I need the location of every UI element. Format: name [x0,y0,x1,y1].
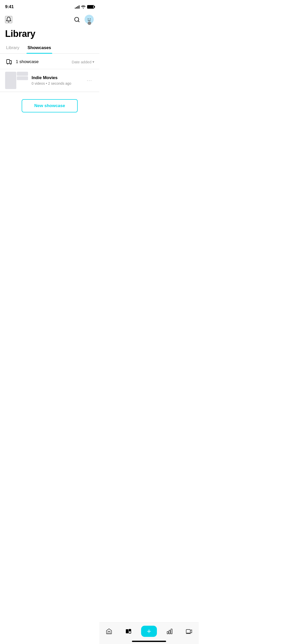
tabs: Library Showcases [0,43,99,54]
showcase-count-icon [5,58,13,66]
search-icon [74,17,80,23]
battery-icon [87,5,94,9]
tab-library[interactable]: Library [5,43,20,53]
showcase-icon [6,58,13,65]
avatar-dot [88,21,91,25]
signal-bars-icon [75,5,79,9]
notification-button[interactable] [5,16,12,23]
thumb-cell-bottom-right [17,76,28,80]
count-row: 1 showcase Date added ▾ [0,54,99,69]
showcase-meta: 0 videos • 2 seconds ago [32,81,81,85]
sort-button[interactable]: Date added ▾ [72,60,94,64]
svg-line-1 [78,21,79,22]
showcase-item[interactable]: Indie Movies 0 videos • 2 seconds ago ··… [0,69,99,92]
count-left: 1 showcase [5,58,39,66]
showcase-thumbnail [5,72,28,89]
tab-showcases[interactable]: Showcases [26,43,52,53]
ellipsis-icon: ··· [87,78,92,83]
chevron-down-icon: ▾ [92,60,94,64]
status-bar: 9:41 [0,0,99,13]
page-title: Library [0,27,99,43]
showcase-more-button[interactable]: ··· [85,76,94,85]
status-time: 9:41 [5,4,14,9]
header-right-icons [73,15,94,24]
svg-point-4 [90,19,91,19]
svg-rect-5 [7,60,10,64]
search-button[interactable] [73,16,80,23]
header [0,13,99,27]
thumb-cell-top-right [17,72,28,76]
svg-point-7 [7,63,8,64]
new-showcase-wrapper: New showcase [0,92,99,120]
avatar[interactable] [85,15,94,24]
showcase-count-label: 1 showcase [16,59,39,64]
status-icons [75,5,94,9]
thumb-cell-large [5,72,16,89]
new-showcase-button[interactable]: New showcase [22,99,78,112]
showcase-name: Indie Movies [32,75,81,80]
svg-point-3 [88,19,89,19]
showcase-info: Indie Movies 0 videos • 2 seconds ago [32,75,81,85]
wifi-icon [81,5,86,9]
main-content: 1 showcase Date added ▾ Indie Movies 0 v… [0,54,99,215]
header-left-icons [5,16,12,23]
